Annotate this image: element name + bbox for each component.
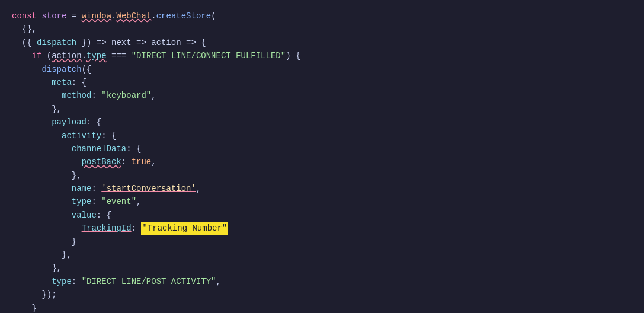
code-line-20: }, bbox=[12, 261, 632, 274]
tracking-number-value: "Tracking Number" bbox=[141, 222, 228, 235]
code-line-3: ({ dispatch }) => next => action => { bbox=[12, 36, 632, 49]
fn-createstore: createStore bbox=[156, 9, 211, 23]
code-line-13: }, bbox=[12, 169, 632, 182]
code-line-23: } bbox=[12, 302, 632, 313]
code-line-11: channelData : { bbox=[12, 142, 632, 155]
var-store: store bbox=[41, 9, 66, 23]
code-line-21: type : "DIRECT_LINE/POST_ACTIVITY" , bbox=[12, 275, 632, 288]
code-line-10: activity : { bbox=[12, 129, 632, 142]
obj-webchat: WebChat bbox=[116, 9, 151, 23]
code-line-2: {}, bbox=[12, 23, 632, 36]
code-line-18: } bbox=[12, 235, 632, 248]
code-line-6: meta : { bbox=[12, 76, 632, 89]
code-line-16: value : { bbox=[12, 209, 632, 222]
code-line-22: }); bbox=[12, 288, 632, 301]
code-line-4: if ( action . type === "DIRECT_LINE/CONN… bbox=[12, 49, 632, 62]
obj-window: window bbox=[82, 9, 111, 23]
code-line-8: }, bbox=[12, 103, 632, 116]
code-editor: const store = window . WebChat . createS… bbox=[0, 0, 644, 313]
code-line-9: payload : { bbox=[12, 116, 632, 129]
code-line-5: dispatch ({ bbox=[12, 63, 632, 76]
code-line-19: }, bbox=[12, 248, 632, 261]
code-line-1: const store = window . WebChat . createS… bbox=[12, 9, 632, 23]
code-line-15: type : "event" , bbox=[12, 195, 632, 208]
tracking-id-prop: TrackingId bbox=[82, 222, 132, 235]
keyword-const: const bbox=[12, 9, 37, 23]
code-line-17: TrackingId : "Tracking Number" bbox=[12, 222, 632, 235]
code-line-12: postBack : true , bbox=[12, 155, 632, 168]
code-line-7: method : "keyboard" , bbox=[12, 89, 632, 102]
code-line-14: name : 'startConversation' , bbox=[12, 182, 632, 195]
